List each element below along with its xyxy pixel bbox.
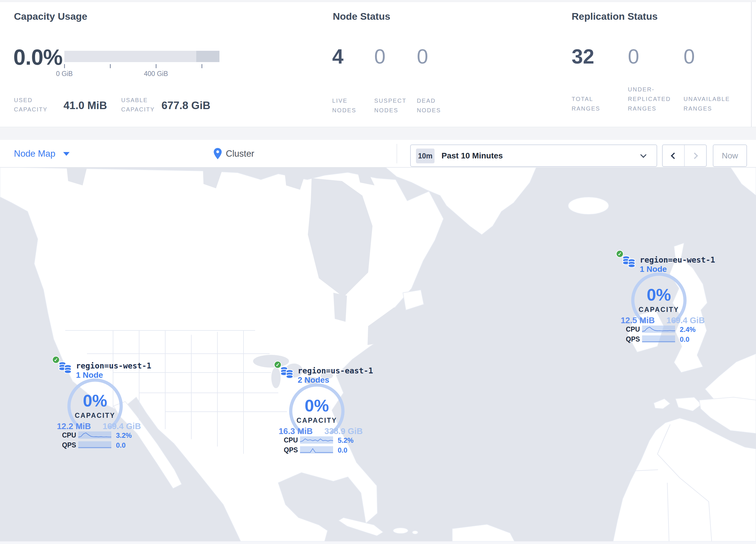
- breadcrumb[interactable]: Cluster: [214, 140, 254, 167]
- toolbar-divider: [397, 144, 397, 163]
- capacity-axis-label-0: 0 GiB: [44, 70, 85, 78]
- capacity-label: CAPACITY: [288, 417, 346, 425]
- capacity-axis-tick: [201, 64, 202, 68]
- live-nodes-label: LIVE NODES: [332, 96, 356, 115]
- usable-capacity-value: 677.8 GiB: [161, 99, 210, 112]
- capacity-axis-tick: [156, 64, 157, 68]
- database-icon: [622, 254, 637, 269]
- chevron-left-icon: [671, 152, 677, 159]
- cpu-label: CPU: [626, 326, 642, 333]
- usable-capacity-value: 338.9 GiB: [317, 427, 370, 436]
- cpu-value: 5.2%: [338, 436, 354, 445]
- time-pager: [662, 144, 707, 167]
- total-ranges-label: TOTAL RANGES: [572, 94, 600, 113]
- suspect-nodes-label: SUSPECT NODES: [374, 96, 406, 115]
- capacity-label: CAPACITY: [630, 306, 688, 314]
- region-marker-eu-west-1[interactable]: ✓ region=eu-west-1 1 Node 0% CAPACITY 12…: [616, 249, 703, 345]
- qps-label: QPS: [626, 336, 642, 343]
- time-range-dropdown[interactable]: 10m Past 10 Minutes: [410, 144, 657, 167]
- region-label: region=us-east-1: [298, 366, 373, 375]
- capacity-bar: [64, 51, 219, 62]
- under-replicated-ranges-label: UNDER- REPLICATED RANGES: [628, 85, 671, 113]
- usable-capacity-value: 169.4 GiB: [96, 422, 148, 431]
- total-ranges-count: 32: [572, 45, 594, 68]
- qps-value: 0.0: [116, 441, 126, 449]
- cpu-label: CPU: [284, 436, 300, 444]
- chevron-down-icon: [640, 152, 646, 158]
- used-capacity-value: 16.3 MiB: [271, 427, 320, 436]
- database-icon: [58, 360, 73, 375]
- region-label: region=eu-west-1: [640, 255, 715, 264]
- map-pin-icon: [214, 148, 222, 159]
- capacity-axis-tick: [110, 64, 111, 68]
- suspect-nodes-count: 0: [374, 45, 386, 68]
- unavailable-ranges-count: 0: [684, 45, 695, 68]
- live-nodes-count: 4: [332, 45, 344, 68]
- capacity-label: CAPACITY: [66, 412, 124, 420]
- dead-nodes-label: DEAD NODES: [417, 96, 441, 115]
- under-replicated-ranges-count: 0: [628, 45, 639, 68]
- chevron-right-icon: [691, 152, 698, 159]
- capacity-bar-nonusable-segment: [196, 51, 219, 62]
- database-icon: [280, 365, 295, 380]
- replication-status-title: Replication Status: [572, 11, 658, 22]
- qps-sparkline: [78, 441, 111, 449]
- stats-panel: Capacity Usage 0.0% 0 GiB 400 GiB USED C…: [0, 2, 756, 127]
- now-button[interactable]: Now: [713, 144, 747, 167]
- cpu-label: CPU: [62, 431, 78, 439]
- cpu-value: 3.2%: [116, 431, 132, 440]
- cpu-value: 2.4%: [680, 326, 696, 334]
- capacity-percent: 0.0%: [13, 44, 62, 70]
- breadcrumb-cluster-label: Cluster: [226, 148, 254, 159]
- cpu-sparkline: [78, 431, 111, 439]
- used-capacity-value: 12.5 MiB: [613, 316, 662, 325]
- time-prev-button[interactable]: [663, 145, 684, 166]
- time-range-badge: 10m: [416, 148, 435, 163]
- view-selector-dropdown[interactable]: Node Map: [14, 140, 55, 167]
- scrollbar-track-edge[interactable]: [751, 2, 752, 127]
- chevron-down-icon: [63, 152, 70, 156]
- qps-label: QPS: [62, 441, 78, 449]
- cpu-sparkline: [300, 436, 333, 444]
- capacity-axis-label-400: 400 GiB: [136, 70, 176, 78]
- capacity-usage-title: Capacity Usage: [14, 11, 87, 22]
- node-status-title: Node Status: [333, 11, 390, 22]
- cpu-sparkline: [642, 326, 675, 333]
- dead-nodes-count: 0: [417, 45, 428, 68]
- used-capacity-value: 41.0 MiB: [63, 99, 107, 112]
- region-label: region=us-west-1: [76, 361, 151, 370]
- capacity-percent: 0%: [630, 286, 688, 304]
- capacity-axis-tick: [64, 64, 65, 68]
- unavailable-ranges-label: UNAVAILABLE RANGES: [684, 94, 730, 113]
- node-map[interactable]: [0, 167, 756, 541]
- capacity-percent: 0%: [66, 392, 124, 409]
- used-capacity-value: 12.2 MiB: [49, 422, 99, 431]
- capacity-percent: 0%: [288, 397, 346, 414]
- time-range-label: Past 10 Minutes: [441, 145, 503, 166]
- time-next-button[interactable]: [684, 145, 706, 166]
- usable-capacity-label: USABLE CAPACITY: [121, 95, 155, 114]
- qps-value: 0.0: [680, 336, 689, 344]
- footer-strip: [0, 541, 756, 544]
- qps-sparkline: [642, 336, 675, 343]
- qps-sparkline: [300, 446, 333, 454]
- qps-value: 0.0: [338, 446, 347, 454]
- region-marker-us-west-1[interactable]: ✓ region=us-west-1 1 Node 0% CAPACITY 12…: [52, 356, 139, 451]
- qps-label: QPS: [284, 446, 300, 454]
- world-map: [0, 167, 756, 541]
- toolbar: Node Map Cluster 10m Past 10 Minutes Now: [0, 140, 756, 167]
- region-marker-us-east-1[interactable]: ✓ region=us-east-1 2 Nodes 0% CAPACITY 1…: [274, 360, 361, 456]
- usable-capacity-value: 169.4 GiB: [659, 316, 712, 325]
- used-capacity-label: USED CAPACITY: [14, 95, 48, 114]
